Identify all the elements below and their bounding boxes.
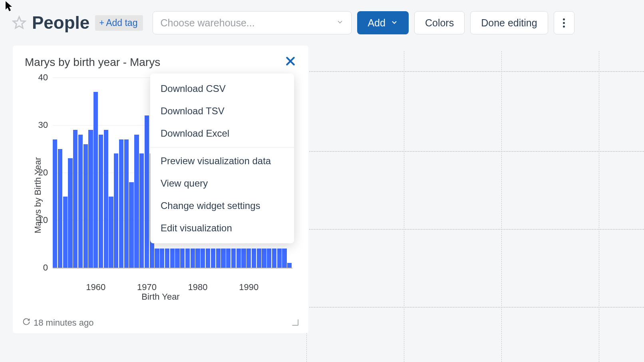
bar[interactable] — [211, 249, 215, 268]
bar[interactable] — [53, 139, 57, 268]
bar[interactable] — [180, 249, 185, 268]
menu-view-query[interactable]: View query — [150, 172, 294, 195]
bar[interactable] — [191, 249, 195, 268]
page-header: People + Add tag Choose warehouse... Add… — [0, 0, 644, 46]
x-tick-label: 1990 — [239, 282, 258, 292]
add-tag-label: Add tag — [106, 18, 137, 28]
menu-change-settings[interactable]: Change widget settings — [150, 195, 294, 217]
bar[interactable] — [246, 249, 251, 268]
bar[interactable] — [58, 149, 62, 268]
bar[interactable] — [73, 130, 78, 268]
colors-button[interactable]: Colors — [414, 11, 465, 34]
bar[interactable] — [119, 139, 123, 268]
menu-download-tsv[interactable]: Download TSV — [150, 100, 294, 122]
refreshed-ago-label: 18 minutes ago — [34, 318, 93, 328]
page-title: People — [32, 13, 89, 33]
bar[interactable] — [195, 249, 200, 268]
widget-footer: 18 minutes ago — [22, 317, 299, 328]
close-icon[interactable] — [284, 55, 296, 69]
kebab-icon — [563, 18, 565, 28]
bar[interactable] — [267, 249, 271, 268]
bar[interactable] — [175, 249, 179, 268]
more-actions-button[interactable] — [554, 11, 574, 34]
bar[interactable] — [185, 249, 190, 268]
bar[interactable] — [272, 249, 276, 268]
bar[interactable] — [165, 249, 169, 268]
bar[interactable] — [257, 249, 261, 268]
bar[interactable] — [124, 139, 129, 268]
bar[interactable] — [139, 153, 144, 268]
warehouse-placeholder: Choose warehouse... — [160, 17, 254, 29]
star-icon[interactable] — [12, 16, 26, 30]
bar[interactable] — [78, 135, 83, 268]
y-tick-label: 40 — [38, 72, 53, 83]
bar[interactable] — [104, 130, 108, 268]
y-tick-label: 10 — [38, 215, 53, 225]
x-tick-label: 1970 — [137, 282, 157, 292]
dashboard-canvas: Marys by birth year - Marys Marys by Bir… — [0, 46, 644, 362]
bar[interactable] — [241, 249, 246, 268]
bar[interactable] — [99, 135, 103, 268]
refresh-icon[interactable] — [22, 318, 30, 328]
x-axis-label: Birth Year — [13, 292, 308, 302]
bar[interactable] — [109, 197, 113, 268]
bar[interactable] — [134, 135, 139, 268]
bar[interactable] — [237, 249, 241, 268]
bar[interactable] — [68, 158, 72, 268]
bar[interactable] — [231, 249, 236, 268]
bar[interactable] — [129, 182, 133, 268]
bar[interactable] — [114, 153, 118, 268]
y-tick-label: 0 — [43, 263, 53, 273]
chart-widget: Marys by birth year - Marys Marys by Bir… — [13, 46, 308, 333]
y-tick-label: 20 — [38, 167, 53, 178]
chevron-down-icon — [390, 17, 398, 29]
bar[interactable] — [88, 130, 93, 268]
bar[interactable] — [155, 249, 159, 268]
x-tick-label: 1960 — [86, 282, 105, 292]
x-tick-label: 1980 — [188, 282, 208, 292]
bar[interactable] — [287, 263, 292, 268]
bar[interactable] — [63, 197, 68, 268]
menu-preview-data[interactable]: Preview visualization data — [150, 150, 294, 172]
bar[interactable] — [93, 92, 98, 268]
widget-context-menu: Download CSV Download TSV Download Excel… — [150, 74, 294, 243]
bar[interactable] — [170, 249, 175, 268]
bar[interactable] — [252, 249, 256, 268]
bar[interactable] — [83, 144, 88, 268]
bar[interactable] — [277, 249, 282, 268]
bar[interactable] — [226, 249, 231, 268]
add-button-label: Add — [368, 17, 385, 29]
add-button[interactable]: Add — [357, 11, 408, 34]
resize-handle-icon[interactable] — [290, 317, 299, 328]
done-editing-label: Done editing — [481, 17, 537, 29]
warehouse-select[interactable]: Choose warehouse... — [153, 11, 352, 34]
bar[interactable] — [206, 249, 210, 268]
menu-download-csv[interactable]: Download CSV — [150, 78, 294, 100]
svg-marker-0 — [13, 17, 25, 28]
bar[interactable] — [201, 249, 205, 268]
bar[interactable] — [145, 115, 149, 268]
grid-horizontal-lines — [306, 51, 644, 362]
menu-separator — [150, 147, 294, 147]
menu-edit-viz[interactable]: Edit visualization — [150, 217, 294, 239]
plus-icon: + — [99, 18, 104, 28]
done-editing-button[interactable]: Done editing — [470, 11, 548, 34]
menu-download-excel[interactable]: Download Excel — [150, 122, 294, 145]
colors-button-label: Colors — [425, 17, 454, 29]
bar[interactable] — [221, 249, 225, 268]
widget-title[interactable]: Marys by birth year - Marys — [13, 46, 308, 69]
chevron-down-icon — [336, 18, 344, 28]
bar[interactable] — [216, 249, 221, 268]
bar[interactable] — [160, 249, 164, 268]
bar[interactable] — [282, 249, 286, 268]
y-tick-label: 30 — [38, 120, 53, 130]
bar[interactable] — [262, 249, 266, 268]
add-tag-button[interactable]: + Add tag — [95, 15, 143, 31]
